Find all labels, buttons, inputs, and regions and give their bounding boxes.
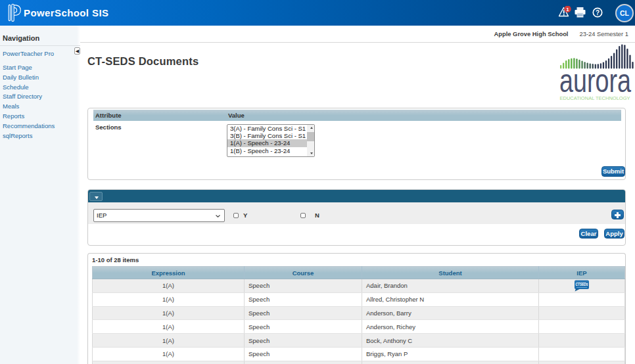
svg-text:1: 1 [566, 7, 569, 12]
svg-text:?: ? [596, 9, 600, 16]
svg-text:EDUCATIONAL TECHNOLOGY: EDUCATIONAL TECHNOLOGY [560, 95, 631, 101]
svg-text:CTSEDs: CTSEDs [576, 282, 588, 286]
svg-text:aurora: aurora [559, 62, 631, 99]
